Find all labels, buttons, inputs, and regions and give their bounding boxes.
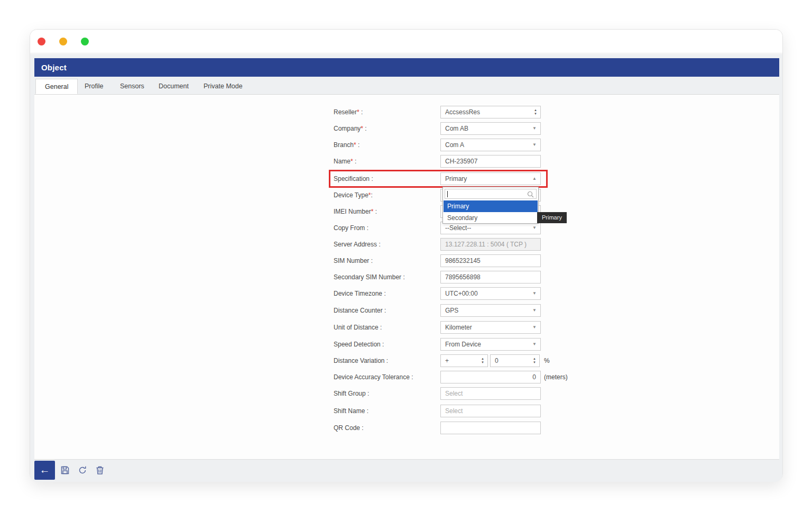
speed-detection-select[interactable]: From Device▼ <box>440 338 541 351</box>
field-row-server-address: Server Address : 13.127.228.11 : 5004 ( … <box>334 238 630 251</box>
title-bar <box>30 30 782 53</box>
tab-general[interactable]: General <box>35 79 78 94</box>
speed-detection-label: Speed Detection : <box>334 338 438 351</box>
field-row-speed-detection: Speed Detection : From Device▼ <box>334 338 630 351</box>
chevron-down-icon: ▼ <box>532 139 537 151</box>
page-title: Object <box>34 58 779 77</box>
field-row-secondary-sim-number: Secondary SIM Number : <box>334 271 630 284</box>
shift-group-input[interactable] <box>440 387 541 400</box>
minimize-window-icon[interactable] <box>59 38 67 45</box>
specification-dropdown-panel: Primary Secondary <box>442 187 539 224</box>
primary-tooltip: Primary <box>537 212 567 223</box>
trash-icon <box>95 465 105 476</box>
back-arrow-icon: ← <box>40 464 50 476</box>
imei-number-label: IMEI Number* : <box>334 205 438 218</box>
app-window: Object General Profile Sensors Document … <box>30 29 783 481</box>
chevron-up-icon: ▲ <box>532 173 537 185</box>
zoom-window-icon[interactable] <box>81 38 89 45</box>
copy-from-label: Copy From : <box>334 222 438 234</box>
field-row-branch: Branch* : Com A▼ <box>334 139 630 151</box>
stepper-icon: ▲▼ <box>481 357 484 364</box>
reseller-label: Reseller* : <box>334 106 438 118</box>
qr-code-label: QR Code : <box>334 422 438 434</box>
field-row-unit-of-distance: Unit of Distance : Kilometer▼ <box>334 321 630 334</box>
distance-variation-amount-spinner[interactable]: 0▲▼ <box>490 354 540 367</box>
shift-name-label: Shift Name : <box>334 405 438 417</box>
dropdown-search-input[interactable] <box>445 189 537 199</box>
branch-select[interactable]: Com A▼ <box>440 139 541 151</box>
tab-document[interactable]: Document <box>150 79 198 94</box>
chevron-down-icon: ▼ <box>532 123 537 134</box>
save-icon <box>60 465 70 476</box>
unit-of-distance-label: Unit of Distance : <box>334 321 438 334</box>
company-select[interactable]: Com AB▼ <box>440 122 541 135</box>
field-row-distance-variation: Distance Variation : +▲▼ 0▲▼ % <box>334 354 630 367</box>
reset-button[interactable] <box>77 465 88 476</box>
back-button[interactable]: ← <box>34 461 55 480</box>
chevron-down-icon: ▼ <box>532 222 537 234</box>
device-timezone-select[interactable]: UTC+00:00▼ <box>440 287 541 300</box>
branch-label: Branch* : <box>334 139 438 151</box>
refresh-icon <box>77 465 88 476</box>
chevron-down-icon: ▼ <box>532 339 537 350</box>
stepper-icon: ▲▼ <box>534 108 537 116</box>
field-row-shift-name: Shift Name : <box>334 405 630 417</box>
tab-profile[interactable]: Profile <box>76 79 112 94</box>
device-accuracy-tolerance-label: Device Accuracy Tolerance : <box>334 371 438 383</box>
server-address-label: Server Address : <box>334 238 438 251</box>
sim-number-label: SIM Number : <box>334 254 438 267</box>
chevron-down-icon: ▼ <box>532 288 537 299</box>
device-accuracy-tolerance-input[interactable] <box>440 371 541 383</box>
dropdown-option-primary[interactable]: Primary <box>444 200 538 212</box>
specification-label: Specification : <box>334 172 438 185</box>
unit-of-distance-select[interactable]: Kilometer▼ <box>440 321 541 334</box>
specification-select[interactable]: Primary▲ <box>440 172 541 185</box>
server-address-input: 13.127.228.11 : 5004 ( TCP ) <box>440 238 541 251</box>
tab-sensors[interactable]: Sensors <box>111 79 153 94</box>
distance-variation-unit: % <box>544 354 550 367</box>
dropdown-option-secondary[interactable]: Secondary <box>444 212 538 224</box>
delete-button[interactable] <box>95 465 105 476</box>
stepper-icon: ▲▼ <box>533 357 536 364</box>
distance-counter-select[interactable]: GPS▼ <box>440 304 541 317</box>
distance-counter-label: Distance Counter : <box>334 304 438 317</box>
secondary-sim-number-input[interactable] <box>440 271 541 284</box>
reseller-select[interactable]: AccsessRes▲▼ <box>440 106 541 118</box>
name-label: Name* : <box>334 155 438 168</box>
save-button[interactable] <box>60 465 70 476</box>
distance-variation-label: Distance Variation : <box>334 354 438 367</box>
field-row-sim-number: SIM Number : <box>334 254 630 267</box>
distance-variation-sign-spinner[interactable]: +▲▼ <box>440 354 488 367</box>
close-window-icon[interactable] <box>38 38 45 45</box>
shift-group-label: Shift Group : <box>334 387 438 400</box>
shift-name-input[interactable] <box>440 405 541 417</box>
field-row-qr-code: QR Code : <box>334 422 630 434</box>
sim-number-input[interactable] <box>440 254 541 267</box>
field-row-shift-group: Shift Group : <box>334 387 630 400</box>
search-icon <box>527 190 534 200</box>
field-row-device-timezone: Device Timezone : UTC+00:00▼ <box>334 287 630 300</box>
company-label: Company* : <box>334 122 438 135</box>
chevron-down-icon: ▼ <box>532 322 537 333</box>
device-accuracy-tolerance-unit: (meters) <box>544 371 568 383</box>
qr-code-input[interactable] <box>440 422 541 434</box>
device-timezone-label: Device Timezone : <box>334 287 438 300</box>
name-input[interactable] <box>440 155 541 168</box>
field-row-name: Name* : <box>334 155 630 168</box>
field-row-company: Company* : Com AB▼ <box>334 122 630 135</box>
footer-toolbar: ← <box>30 460 782 481</box>
field-row-reseller: Reseller* : AccsessRes▲▼ <box>334 106 630 118</box>
device-type-label: Device Type*: <box>334 189 438 202</box>
secondary-sim-number-label: Secondary SIM Number : <box>334 271 438 284</box>
field-row-device-accuracy-tolerance: Device Accuracy Tolerance : (meters) <box>334 371 630 383</box>
field-row-specification: Specification : Primary▲ <box>334 172 630 185</box>
chevron-down-icon: ▼ <box>532 305 537 316</box>
field-row-distance-counter: Distance Counter : GPS▼ <box>334 304 630 317</box>
tab-private-mode[interactable]: Private Mode <box>195 79 252 94</box>
text-caret <box>447 191 448 197</box>
tab-bar: General Profile Sensors Document Private… <box>34 77 779 95</box>
